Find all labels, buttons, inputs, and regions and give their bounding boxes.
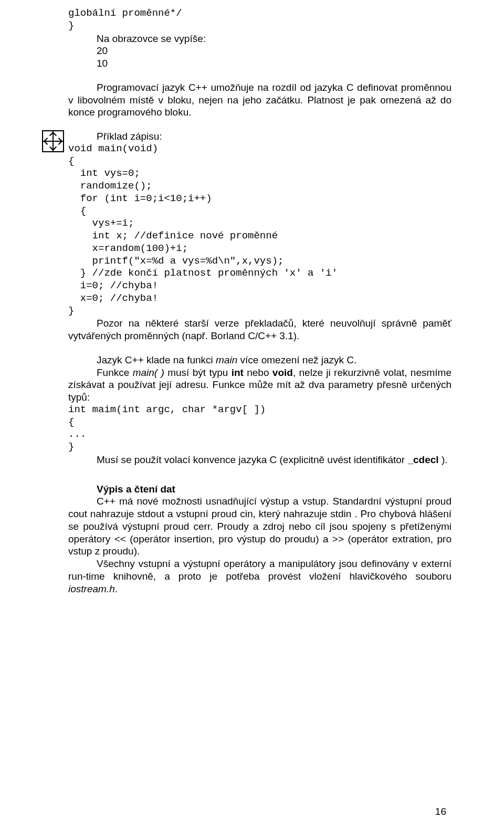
code-line: globální proměnné*/ [68,7,452,20]
code-line: } [68,441,452,454]
paragraph: Musí se použít volací konvence jazyka C … [68,454,452,466]
code-line: x=0; //chyba! [68,292,452,305]
code-line: for (int i=0;i<10;i++) [68,193,452,205]
output-value: 20 [97,45,452,57]
code-line: printf("x=%d a vys=%d\n",x,vys); [68,255,452,268]
document-page: globální proměnné*/ } Na obrazovce se vy… [0,0,504,828]
paragraph: Jazyk C++ klade na funkci main více omez… [68,354,452,366]
collapse-icon [42,130,64,152]
output-value: 10 [97,57,452,70]
code-line: { [68,205,452,218]
paragraph: Všechny vstupní a výstupní operátory a m… [68,558,452,595]
page-number: 16 [435,806,446,817]
code-line: } [68,20,452,33]
code-line: { [68,155,452,168]
code-line: { [68,416,452,429]
code-line: ... [68,428,452,441]
code-line: i=0; //chyba! [68,280,452,292]
code-line: int maim(int argc, char *argv[ ]) [68,404,452,416]
example-label: Příklad zápisu: [68,130,452,143]
output-label: Na obrazovce se vypíše: [97,33,452,45]
code-line: int vys=0; [68,167,452,180]
code-line: x=random(100)+i; [68,243,452,255]
paragraph: C++ má nové možnosti usnadňující výstup … [68,495,452,558]
paragraph: Funkce main( ) musí být typu int nebo vo… [68,366,452,404]
paragraph: Programovací jazyk C++ umožňuje na rozdí… [68,81,452,119]
paragraph: Pozor na některé starší verze překladačů… [68,317,452,342]
code-line: } //zde končí platnost proměnných 'x' a … [68,267,452,280]
code-line: int x; //definice nové proměnné [68,230,452,243]
section-heading: Výpis a čtení dat [68,483,452,496]
code-line: void main(void) [68,143,452,155]
code-line: vys+=i; [68,217,452,230]
code-line: } [68,305,452,318]
code-line: randomize(); [68,180,452,193]
